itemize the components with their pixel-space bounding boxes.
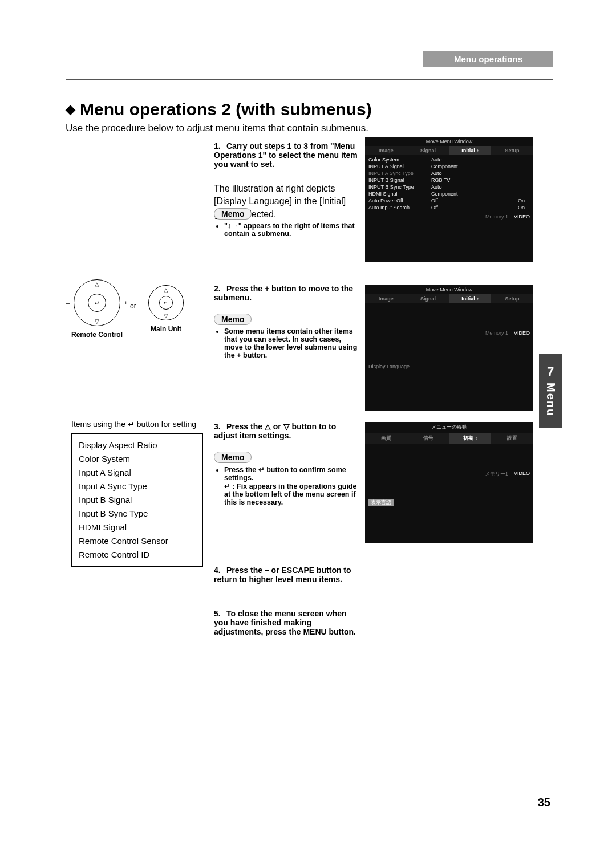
- minus-label: –: [66, 299, 70, 306]
- osd-tab-image: Image: [365, 146, 407, 155]
- osd-screenshot-2: Move Menu Window Image Signal Initial ↕ …: [365, 285, 533, 411]
- osd-row: Auto Input SearchOffOn: [365, 204, 533, 211]
- osd-tab-initial: Initial ↕: [449, 146, 492, 155]
- osd-tab-setup: Setup: [491, 294, 533, 303]
- items-caption: Items using the ↵ button for setting: [71, 420, 196, 429]
- list-item: Input A Sync Type: [79, 480, 196, 493]
- list-item: HDMI Signal: [79, 521, 196, 534]
- osd-title: メニューの移動: [365, 422, 533, 433]
- osd-tab-signal: 信号: [407, 433, 449, 444]
- memo-label: Memo: [214, 314, 252, 325]
- osd-footer: メモリー1 VIDEO: [365, 469, 533, 480]
- list-item: Input B Signal: [79, 493, 196, 507]
- osd-footer: Memory 1 VIDEO: [365, 212, 533, 221]
- memo-1: Memo "↕→" appears to the right of items …: [214, 208, 359, 239]
- dpad-icon: ↵: [148, 285, 184, 320]
- dpad-icon: – + ↵: [74, 279, 120, 326]
- osd-left-label: Display Language: [368, 364, 410, 369]
- osd-tabs: 画質 信号 初期 ↕ 設置: [365, 433, 533, 444]
- remote-control-diagram: – + ↵ Remote Control: [71, 279, 123, 339]
- items-list-box: Display Aspect RatioColor SystemInput A …: [71, 433, 203, 567]
- chapter-number: 7: [547, 364, 554, 379]
- or-label: or: [130, 302, 136, 310]
- osd-tabs: Image Signal Initial ↕ Setup: [365, 146, 533, 155]
- step-4: 4.Press the – or ESCAPE button to return…: [214, 566, 359, 584]
- osd-row: Color SystemAuto: [365, 156, 533, 163]
- list-item: Color System: [79, 452, 196, 466]
- memo-3: Memo Press the ↵ button to confirm some …: [214, 452, 359, 507]
- main-unit-label: Main Unit: [148, 325, 184, 333]
- osd-screenshot-1: Move Menu Window Image Signal Initial ↕ …: [365, 137, 533, 262]
- memo-2: Memo Some menu items contain other items…: [214, 314, 359, 360]
- osd-footer: Memory 1 VIDEO: [365, 328, 533, 338]
- main-unit-diagram: ↵ Main Unit: [148, 285, 184, 333]
- osd-tab-initial: Initial ↕: [449, 294, 492, 303]
- step-1: 1.Carry out steps 1 to 3 from "Menu Oper…: [214, 141, 359, 169]
- list-item: Remote Control Sensor: [79, 534, 196, 548]
- title-text: Menu operations 2 (with submenus): [80, 100, 372, 119]
- header-band: Menu operations: [66, 51, 553, 68]
- enter-icon: ↵: [159, 296, 173, 310]
- section-label: Menu operations: [423, 51, 553, 67]
- osd-row: INPUT B Sync TypeAuto: [365, 184, 533, 190]
- remote-control-label: Remote Control: [71, 331, 123, 339]
- plus-label: +: [124, 299, 128, 306]
- osd-tab-image: Image: [365, 294, 407, 303]
- osd-tabs: Image Signal Initial ↕ Setup: [365, 294, 533, 303]
- memo-label: Memo: [214, 452, 252, 463]
- list-item: Input A Signal: [79, 466, 196, 480]
- memo-label: Memo: [214, 208, 252, 220]
- osd-tab-signal: Signal: [407, 294, 449, 303]
- osd-row: INPUT A SignalComponent: [365, 163, 533, 170]
- osd-tab-initial: 初期 ↕: [449, 433, 492, 444]
- list-item: Input B Sync Type: [79, 507, 196, 521]
- intro-paragraph: Use the procedure below to adjust menu i…: [66, 123, 368, 134]
- osd-screenshot-3: メニューの移動 画質 信号 初期 ↕ 設置 表示言語 メモリー1 VIDEO: [365, 422, 533, 543]
- step-3: 3.Press the △ or ▽ button to to adjust i…: [214, 422, 359, 440]
- osd-menu-list: Color SystemAutoINPUT A SignalComponentI…: [365, 155, 533, 212]
- page-number: 35: [538, 796, 550, 809]
- osd-left-label: 表示言語: [368, 499, 394, 506]
- osd-tab-image: 画質: [365, 433, 407, 444]
- list-item: Remote Control ID: [79, 548, 196, 562]
- osd-row: HDMI SignalComponent: [365, 190, 533, 197]
- diamond-icon: ◆: [66, 102, 75, 117]
- chapter-label: Menu: [544, 383, 557, 417]
- step-5: 5.To close the menu screen when you have…: [214, 609, 359, 636]
- enter-icon: ↵: [88, 294, 106, 312]
- page-title: ◆ Menu operations 2 (with submenus): [66, 100, 372, 119]
- list-item: Display Aspect Ratio: [79, 438, 196, 452]
- osd-row: Auto Power OffOffOn: [365, 197, 533, 204]
- osd-tab-setup: Setup: [491, 146, 533, 155]
- chapter-tab: 7 Menu: [539, 354, 562, 428]
- step-2: 2.Press the + button to move to the subm…: [214, 284, 359, 302]
- osd-tab-signal: Signal: [407, 146, 449, 155]
- osd-tab-setup: 設置: [491, 433, 533, 444]
- osd-title: Move Menu Window: [365, 137, 533, 146]
- osd-row: INPUT B SignalRGB TV: [365, 177, 533, 184]
- osd-title: Move Menu Window: [365, 285, 533, 294]
- osd-row: INPUT A Sync TypeAuto: [365, 170, 533, 177]
